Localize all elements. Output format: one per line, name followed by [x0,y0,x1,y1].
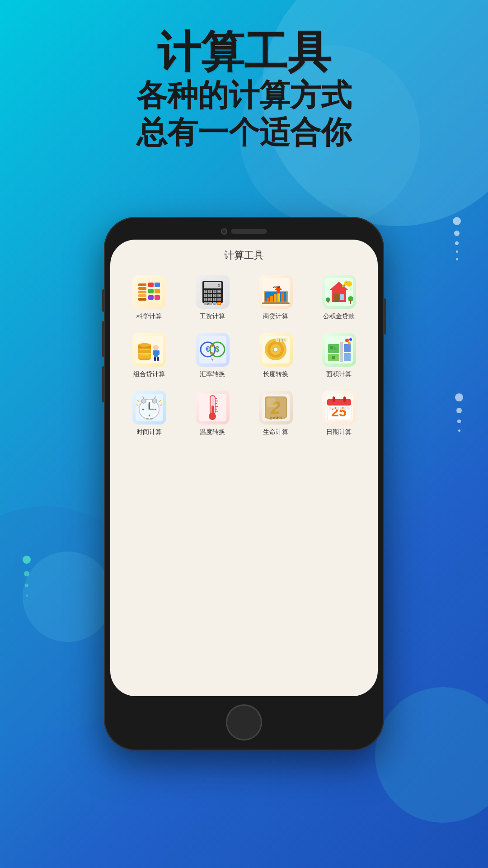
dot [24,571,29,576]
life-icon: 2 生命计时 [259,391,293,425]
svg-point-107 [334,347,337,350]
svg-rect-62 [328,300,328,303]
bg-shape-5 [23,552,113,642]
svg-rect-78 [157,350,160,355]
date-label: 日期计算 [326,428,352,436]
dot [23,556,31,564]
svg-point-121 [141,399,146,403]
svg-rect-2 [138,287,146,290]
svg-rect-1 [138,291,146,293]
subtitle-line2: 各种的计算方式 [27,77,461,114]
currency-label: 汇率转换 [200,370,225,378]
svg-point-106 [330,346,333,349]
svg-point-122 [152,399,157,403]
svg-rect-80 [157,357,159,361]
svg-text:6: 6 [214,294,216,297]
svg-rect-50 [270,296,273,302]
svg-point-99 [273,347,278,352]
svg-text:¥: ¥ [211,357,214,362]
app-grid: 科学计算 0 [110,269,378,439]
grid-item-date[interactable]: 25 日期计算 [309,385,369,439]
svg-rect-157 [340,407,343,410]
svg-text:.: . [214,302,215,305]
area-icon [322,333,356,367]
mortgage-icon: 2023 [259,275,293,309]
grid-item-science[interactable]: 科学计算 [119,269,179,324]
dots-decoration-right-mid [455,393,463,432]
grid-item-salary[interactable]: 0 7 8 9 ÷ 4 [183,269,242,324]
svg-rect-59 [334,294,339,302]
svg-rect-151 [333,396,335,402]
science-icon [132,275,166,309]
svg-rect-104 [344,344,351,352]
grid-item-combo[interactable]: 组合贷计算 [119,327,179,382]
dot [26,594,28,597]
area-label: 面积计算 [326,370,352,378]
svg-text:3: 3 [214,298,216,301]
dot [456,258,458,260]
grid-item-mortgage[interactable]: 2023 商贷计算 [246,269,305,324]
svg-text:生命计时: 生命计时 [269,416,282,420]
svg-rect-146 [267,398,276,407]
svg-rect-105 [344,353,351,361]
svg-text:÷: ÷ [218,290,220,293]
svg-rect-103 [340,342,343,362]
svg-rect-51 [274,294,277,302]
screen-app-title: 计算工具 [224,249,264,262]
svg-point-135 [209,413,216,420]
combo-label: 组合贷计算 [133,370,165,378]
svg-rect-159 [347,407,350,410]
svg-rect-49 [267,298,269,302]
svg-rect-154 [329,407,332,410]
salary-label: 工资计算 [200,312,225,320]
life-label: 生命计算 [263,428,288,436]
svg-rect-125 [146,418,149,420]
svg-text:2: 2 [209,298,211,301]
grid-item-currency[interactable]: € $ ¥ [183,327,242,382]
svg-text:9: 9 [214,290,216,293]
svg-rect-134 [211,406,214,414]
grid-item-fund[interactable]: 🔑 公积金贷款 [309,269,369,324]
svg-text:4: 4 [205,294,206,297]
phone-mockup: 计算工具 [104,217,384,750]
phone-volume-down-button [102,366,105,402]
bg-shape-4 [375,687,488,823]
fund-icon: 🔑 [322,275,356,309]
svg-point-111 [348,342,351,344]
grid-item-temp[interactable]: 温度转换 [183,385,242,439]
header-section: 计算工具 各种的计算方式 总有一个适合你 [0,27,488,151]
svg-rect-9 [155,289,160,293]
phone-home-button[interactable] [226,704,262,741]
temp-label: 温度转换 [200,428,225,436]
dot [455,393,463,401]
svg-point-66 [347,281,352,287]
svg-rect-60 [340,294,344,300]
temp-icon [196,391,230,425]
dots-decoration-right-top [453,217,461,260]
fund-label: 公积金贷款 [323,312,355,320]
phone-speaker [231,229,267,234]
grid-item-length[interactable]: 长度转换 [246,327,305,382]
salary-icon: 0 7 8 9 ÷ 4 [196,275,230,309]
svg-text:1: 1 [205,298,206,301]
svg-text:2023: 2023 [273,285,280,288]
svg-rect-152 [343,396,346,402]
svg-text:+: + [218,302,220,305]
grid-item-life[interactable]: 2 生命计时 生命计算 [246,385,305,439]
dot [454,231,460,236]
main-title-line1: 计算工具 [27,27,461,77]
svg-rect-5 [138,298,146,301]
svg-text:25: 25 [331,404,346,419]
svg-text:€: € [206,345,210,353]
svg-text:$: $ [215,345,219,353]
phone-volume-up-button [102,321,105,357]
svg-point-109 [345,339,349,342]
svg-rect-7 [155,283,160,287]
phone-camera [221,228,227,235]
grid-item-area[interactable]: 面积计算 [309,327,369,382]
svg-rect-64 [350,300,351,304]
dot [456,408,462,413]
grid-item-time[interactable]: 时间计算 [119,385,179,439]
subtitle-line3: 总有一个适合你 [27,114,461,151]
svg-rect-8 [148,289,154,293]
